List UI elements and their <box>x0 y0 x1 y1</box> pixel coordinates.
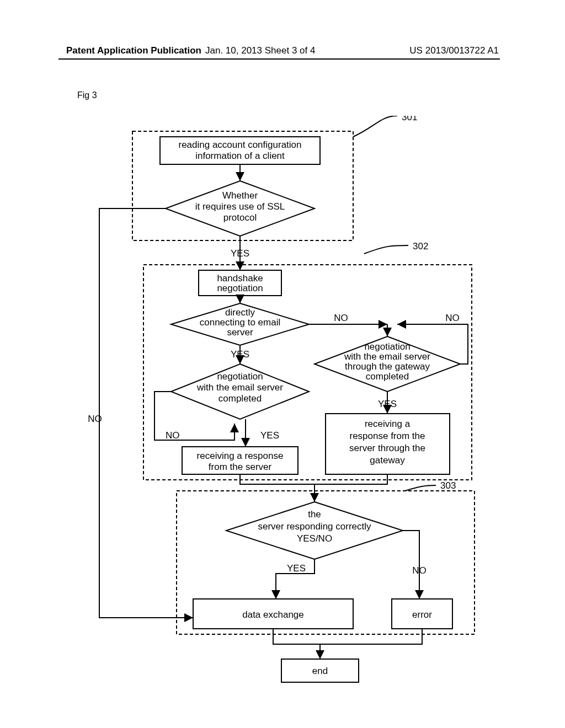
callout-302: 302 <box>413 241 428 251</box>
svg-text:completed: completed <box>366 371 409 382</box>
svg-text:data exchange: data exchange <box>242 609 304 620</box>
svg-text:end: end <box>312 666 328 676</box>
label-yes-resp: YES <box>287 563 306 574</box>
label-yes-directneg: YES <box>260 430 279 441</box>
label-yes-ssl: YES <box>231 248 249 259</box>
svg-text:information of a client: information of a client <box>195 151 285 161</box>
svg-text:server through the: server through the <box>349 443 425 453</box>
svg-text:through the gateway: through the gateway <box>345 361 430 372</box>
svg-text:Whether: Whether <box>222 190 258 201</box>
label-no-direct: NO <box>334 313 348 323</box>
label-no-gateway: NO <box>445 313 460 323</box>
svg-text:with the email server: with the email server <box>344 351 430 362</box>
header-middle: Jan. 10, 2013 Sheet 3 of 4 <box>205 45 315 56</box>
svg-text:gateway: gateway <box>370 455 405 465</box>
callout-303: 303 <box>440 480 456 491</box>
label-no-directneg: NO <box>166 430 180 441</box>
svg-text:handshake: handshake <box>217 273 263 283</box>
svg-text:reading account configuration: reading account configuration <box>178 140 301 150</box>
label-yes-direct: YES <box>231 349 249 360</box>
svg-text:negotiation: negotiation <box>364 341 410 352</box>
label-no-ssl: NO <box>88 414 102 424</box>
svg-text:protocol: protocol <box>223 212 257 223</box>
flowchart: 301 302 303 reading account configuratio… <box>66 116 497 695</box>
label-no-resp: NO <box>412 565 427 576</box>
svg-text:connecting to email: connecting to email <box>200 317 280 328</box>
label-yes-gateway: YES <box>378 399 397 409</box>
svg-text:from the server: from the server <box>209 462 272 472</box>
svg-text:directly: directly <box>225 307 255 318</box>
svg-text:error: error <box>412 609 432 620</box>
svg-text:server: server <box>227 327 253 338</box>
svg-text:YES/NO: YES/NO <box>297 533 332 544</box>
svg-text:receiving a response: receiving a response <box>197 451 284 461</box>
header-rule <box>58 58 500 60</box>
svg-text:negotiation: negotiation <box>217 283 263 293</box>
svg-text:it requires use of SSL: it requires use of SSL <box>195 201 285 212</box>
svg-text:completed: completed <box>218 393 262 404</box>
svg-text:server responding correctly: server responding correctly <box>258 521 371 532</box>
svg-text:the: the <box>308 509 321 520</box>
figure-label: Fig 3 <box>77 90 97 100</box>
header-right: US 2013/0013722 A1 <box>409 45 499 56</box>
header-left: Patent Application Publication <box>66 45 201 56</box>
callout-301: 301 <box>402 116 417 122</box>
svg-text:negotiation: negotiation <box>217 371 263 382</box>
svg-text:receiving a: receiving a <box>365 419 411 429</box>
svg-text:with the email server: with the email server <box>196 382 283 393</box>
svg-text:response from the: response from the <box>349 431 425 441</box>
